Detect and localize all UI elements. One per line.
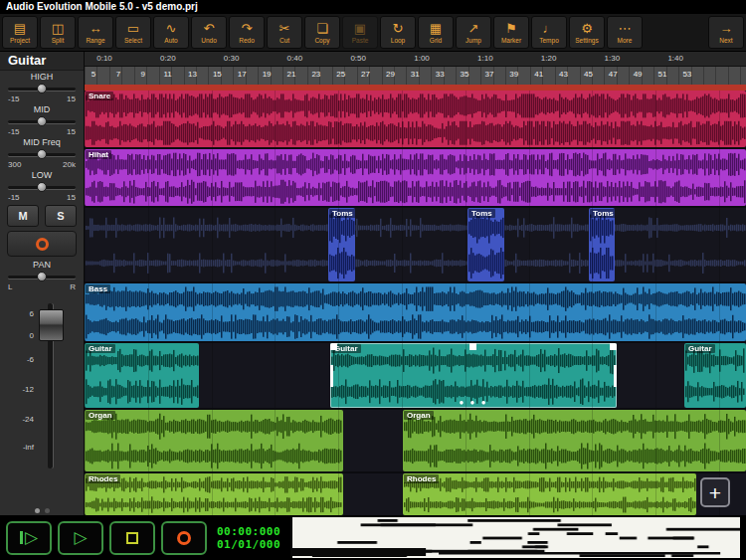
song-overview-canvas: [290, 517, 740, 558]
toolbar-button-select[interactable]: ▭Select: [115, 16, 151, 49]
eq-mid-slider[interactable]: [8, 115, 76, 127]
record-button[interactable]: [161, 521, 207, 555]
bar-number: 15: [213, 70, 222, 79]
clip-rhodes-1[interactable]: Rhodes: [85, 473, 343, 515]
slider-knob[interactable]: [37, 116, 47, 126]
strip-page-dots[interactable]: [0, 508, 84, 513]
grid-icon: ▦: [430, 21, 442, 36]
clip-bass-1[interactable]: Bass: [85, 283, 746, 341]
channel-strip: Guitar HIGH-1515MID-1515MID Freq30020kLO…: [0, 52, 85, 515]
ruler-bars: 5791113151719212325272931333537394143454…: [85, 67, 746, 85]
toolbar-button-label: Select: [124, 37, 142, 44]
track-lane-rhodes[interactable]: RhodesRhodes: [85, 473, 746, 515]
track-lane-bass[interactable]: Bass: [85, 283, 746, 341]
pan-left-label: L: [8, 282, 12, 292]
toolbar-button-jump[interactable]: ↗Jump: [456, 16, 491, 49]
track-lane-organ[interactable]: OrganOrgan: [85, 410, 746, 471]
eq-mid-freq-slider[interactable]: [8, 148, 76, 160]
track-lane-guitar[interactable]: GuitarGuitar● ● ●Guitar: [85, 343, 746, 408]
eq-max-label: 15: [67, 127, 76, 137]
toolbar-button-label: More: [618, 37, 633, 44]
toolbar-button-grid[interactable]: ▦Grid: [418, 16, 454, 49]
selection-handle[interactable]: [469, 343, 476, 350]
clip-snare-1[interactable]: Snare: [85, 91, 746, 147]
selection-handle[interactable]: [610, 343, 617, 350]
clip-toms-3[interactable]: Toms: [589, 208, 615, 281]
toolbar-button-label: Auto: [164, 37, 177, 44]
toolbar-button-label: Redo: [239, 37, 255, 44]
play-from-start-button[interactable]: ▷: [6, 521, 52, 555]
undo-icon: ↶: [204, 21, 215, 36]
clip-guitar-2[interactable]: Guitar● ● ●: [330, 343, 617, 408]
fader-handle[interactable]: [39, 309, 64, 341]
slider-knob[interactable]: [37, 272, 47, 281]
selection-handle[interactable]: [614, 365, 617, 387]
clip-toms-1[interactable]: Toms: [328, 208, 355, 281]
toolbar-button-marker[interactable]: ⚑Marker: [493, 16, 529, 49]
toolbar-button-copy[interactable]: ❏Copy: [304, 16, 340, 49]
toolbar-button-settings[interactable]: ⚙Settings: [569, 16, 605, 49]
time-label: 1:40: [667, 54, 683, 63]
time-display[interactable]: 00:00:000 01/01/000: [213, 525, 284, 551]
bar-number: 39: [509, 70, 518, 79]
stop-button[interactable]: [109, 521, 155, 555]
clip-rhodes-2[interactable]: Rhodes: [403, 473, 696, 515]
record-arm-icon: [36, 238, 49, 251]
clip-options-dots[interactable]: ● ● ●: [460, 398, 488, 407]
clip-label: Snare: [86, 92, 113, 100]
mute-button[interactable]: M: [7, 205, 39, 227]
toolbar-button-split[interactable]: ◫Split: [40, 16, 76, 49]
slider-knob[interactable]: [37, 84, 47, 93]
toolbar-button-next[interactable]: → Next: [708, 16, 744, 49]
selection-handle[interactable]: [330, 343, 337, 350]
bar-number: 21: [287, 70, 296, 79]
waveform: [403, 410, 746, 471]
time-label: 0:30: [224, 54, 240, 63]
slider-knob[interactable]: [37, 149, 47, 159]
toolbar-button-more[interactable]: ⋯More: [607, 16, 643, 49]
song-overview[interactable]: [290, 517, 740, 558]
add-track-button[interactable]: +: [700, 477, 730, 507]
play-icon: ▷: [74, 529, 87, 546]
solo-button[interactable]: S: [45, 205, 77, 227]
toolbar-button-redo[interactable]: ↷Redo: [229, 16, 265, 49]
clip-toms-2[interactable]: Toms: [467, 208, 504, 281]
window-title: Audio Evolution Mobile 5.0 - v5 demo.prj: [0, 0, 746, 14]
volume-fader[interactable]: 60-6-12-24-inf: [0, 295, 84, 500]
eq-min-label: -15: [8, 127, 20, 137]
clip-guitar-3[interactable]: Guitar: [684, 343, 746, 408]
toolbar-button-project[interactable]: ▤Project: [2, 16, 38, 49]
track-lane-snare[interactable]: Snare: [85, 91, 746, 147]
toolbar-button-tempo[interactable]: ♩Tempo: [531, 16, 567, 49]
pan-right-label: R: [70, 282, 76, 292]
clip-organ-1[interactable]: Organ: [85, 410, 343, 471]
track-lane-hihat[interactable]: Hihat: [85, 149, 746, 206]
waveform: [403, 473, 696, 515]
clip-hihat-1[interactable]: Hihat: [85, 149, 746, 206]
pan-slider[interactable]: [8, 271, 76, 282]
eq-max-label: 15: [67, 193, 76, 203]
bar-number: 51: [658, 70, 667, 79]
time-position: 00:00:000: [213, 525, 284, 538]
clip-label: Rhodes: [404, 474, 439, 483]
clip-guitar-1[interactable]: Guitar: [85, 343, 199, 408]
toolbar-button-auto[interactable]: ∿Auto: [153, 16, 189, 49]
transport-bar: ▷ ▷ 00:00:000 01/01/000: [0, 515, 746, 560]
clip-organ-2[interactable]: Organ: [403, 410, 746, 471]
eq-low-slider[interactable]: [8, 181, 76, 193]
slider-knob[interactable]: [37, 182, 47, 192]
toolbar-button-undo[interactable]: ↶Undo: [191, 16, 227, 49]
toolbar-button-loop[interactable]: ↻Loop: [380, 16, 416, 49]
time-label: 1:30: [605, 54, 621, 63]
track-lane-toms[interactable]: TomsTomsToms: [85, 208, 746, 281]
toolbar-button-range[interactable]: ↔Range: [78, 16, 113, 49]
arm-record-button[interactable]: [7, 231, 77, 257]
play-button[interactable]: ▷: [58, 521, 103, 555]
eq-high-slider[interactable]: [8, 83, 76, 94]
toolbar-button-cut[interactable]: ✂Cut: [267, 16, 302, 49]
toolbar-button-paste[interactable]: ▣Paste: [342, 16, 378, 49]
page-dot: [35, 508, 40, 513]
selection-handle[interactable]: [330, 365, 333, 387]
toolbar-button-label: Settings: [575, 37, 599, 44]
timeline-ruler[interactable]: 0:100:200:300:400:501:001:101:201:301:40…: [85, 52, 746, 91]
